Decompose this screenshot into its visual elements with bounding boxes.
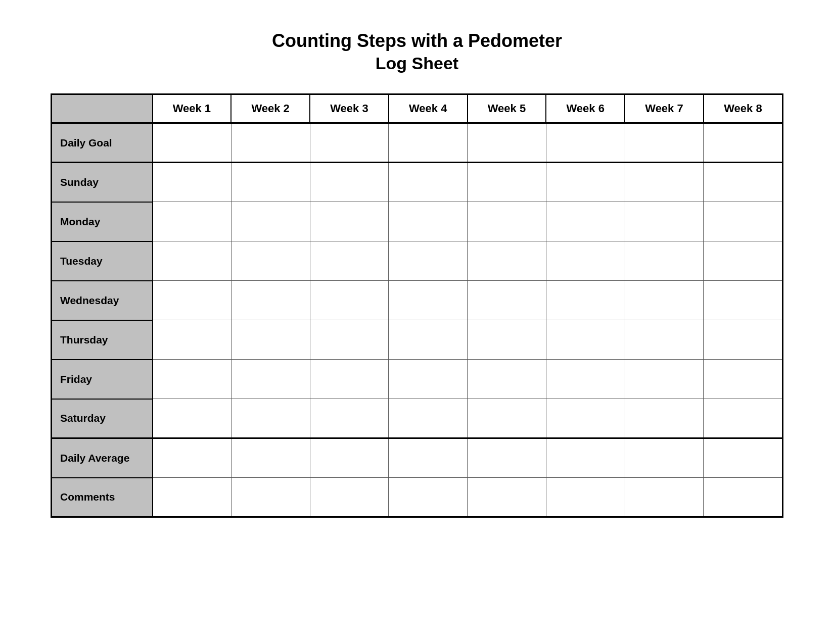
log-table: Week 1 Week 2 Week 3 Week 4 Week 5 Week … (51, 93, 783, 518)
cell-sat-w3[interactable] (310, 399, 389, 438)
cell-com-w4[interactable] (389, 478, 468, 517)
cell-sat-w1[interactable] (153, 399, 231, 438)
cell-fri-w8[interactable] (704, 360, 783, 399)
cell-sat-w4[interactable] (389, 399, 468, 438)
cell-com-w5[interactable] (468, 478, 546, 517)
cell-thu-w2[interactable] (231, 320, 310, 360)
cell-avg-w7[interactable] (625, 438, 704, 478)
cell-mon-w4[interactable] (389, 202, 468, 241)
cell-tue-w5[interactable] (468, 241, 546, 281)
cell-com-w2[interactable] (231, 478, 310, 517)
cell-wed-w6[interactable] (546, 281, 625, 320)
cell-fri-w7[interactable] (625, 360, 704, 399)
cell-fri-w3[interactable] (310, 360, 389, 399)
cell-mon-w3[interactable] (310, 202, 389, 241)
cell-tue-w4[interactable] (389, 241, 468, 281)
cell-tue-w6[interactable] (546, 241, 625, 281)
cell-mon-w6[interactable] (546, 202, 625, 241)
cell-mon-w7[interactable] (625, 202, 704, 241)
cell-avg-w3[interactable] (310, 438, 389, 478)
row-comments: Comments (52, 478, 783, 517)
cell-avg-w4[interactable] (389, 438, 468, 478)
row-daily-average: Daily Average (52, 438, 783, 478)
cell-mon-w5[interactable] (468, 202, 546, 241)
cell-fri-w2[interactable] (231, 360, 310, 399)
cell-wed-w8[interactable] (704, 281, 783, 320)
cell-goal-w3[interactable] (310, 123, 389, 163)
cell-avg-w2[interactable] (231, 438, 310, 478)
cell-thu-w5[interactable] (468, 320, 546, 360)
cell-fri-w6[interactable] (546, 360, 625, 399)
cell-fri-w4[interactable] (389, 360, 468, 399)
row-monday: Monday (52, 202, 783, 241)
row-daily-goal: Daily Goal (52, 123, 783, 163)
cell-mon-w2[interactable] (231, 202, 310, 241)
label-wednesday: Wednesday (52, 281, 153, 320)
cell-thu-w8[interactable] (704, 320, 783, 360)
cell-sat-w6[interactable] (546, 399, 625, 438)
label-sunday: Sunday (52, 163, 153, 202)
header-week1: Week 1 (153, 94, 231, 123)
header-week6: Week 6 (546, 94, 625, 123)
cell-tue-w8[interactable] (704, 241, 783, 281)
cell-tue-w2[interactable] (231, 241, 310, 281)
cell-avg-w8[interactable] (704, 438, 783, 478)
cell-goal-w8[interactable] (704, 123, 783, 163)
cell-tue-w3[interactable] (310, 241, 389, 281)
cell-goal-w6[interactable] (546, 123, 625, 163)
cell-com-w3[interactable] (310, 478, 389, 517)
cell-sun-w5[interactable] (468, 163, 546, 202)
cell-sat-w8[interactable] (704, 399, 783, 438)
cell-com-w6[interactable] (546, 478, 625, 517)
cell-fri-w5[interactable] (468, 360, 546, 399)
row-saturday: Saturday (52, 399, 783, 438)
cell-sun-w1[interactable] (153, 163, 231, 202)
cell-thu-w6[interactable] (546, 320, 625, 360)
cell-goal-w5[interactable] (468, 123, 546, 163)
row-friday: Friday (52, 360, 783, 399)
cell-thu-w7[interactable] (625, 320, 704, 360)
sub-title: Log Sheet (272, 54, 562, 73)
label-friday: Friday (52, 360, 153, 399)
cell-tue-w1[interactable] (153, 241, 231, 281)
row-wednesday: Wednesday (52, 281, 783, 320)
cell-sun-w4[interactable] (389, 163, 468, 202)
cell-avg-w6[interactable] (546, 438, 625, 478)
cell-sun-w8[interactable] (704, 163, 783, 202)
cell-thu-w3[interactable] (310, 320, 389, 360)
cell-com-w7[interactable] (625, 478, 704, 517)
cell-tue-w7[interactable] (625, 241, 704, 281)
cell-goal-w1[interactable] (153, 123, 231, 163)
cell-avg-w1[interactable] (153, 438, 231, 478)
main-title: Counting Steps with a Pedometer (272, 30, 562, 52)
cell-avg-w5[interactable] (468, 438, 546, 478)
cell-thu-w4[interactable] (389, 320, 468, 360)
cell-mon-w1[interactable] (153, 202, 231, 241)
page-title: Counting Steps with a Pedometer Log Shee… (272, 30, 562, 73)
cell-sun-w2[interactable] (231, 163, 310, 202)
label-thursday: Thursday (52, 320, 153, 360)
cell-wed-w7[interactable] (625, 281, 704, 320)
cell-wed-w5[interactable] (468, 281, 546, 320)
cell-wed-w1[interactable] (153, 281, 231, 320)
cell-goal-w4[interactable] (389, 123, 468, 163)
cell-goal-w2[interactable] (231, 123, 310, 163)
cell-sat-w2[interactable] (231, 399, 310, 438)
cell-com-w8[interactable] (704, 478, 783, 517)
cell-wed-w3[interactable] (310, 281, 389, 320)
cell-sat-w7[interactable] (625, 399, 704, 438)
cell-mon-w8[interactable] (704, 202, 783, 241)
cell-sun-w7[interactable] (625, 163, 704, 202)
cell-sun-w3[interactable] (310, 163, 389, 202)
label-tuesday: Tuesday (52, 241, 153, 281)
header-week3: Week 3 (310, 94, 389, 123)
label-daily-goal: Daily Goal (52, 123, 153, 163)
cell-thu-w1[interactable] (153, 320, 231, 360)
cell-com-w1[interactable] (153, 478, 231, 517)
cell-wed-w2[interactable] (231, 281, 310, 320)
cell-sun-w6[interactable] (546, 163, 625, 202)
cell-wed-w4[interactable] (389, 281, 468, 320)
cell-sat-w5[interactable] (468, 399, 546, 438)
cell-fri-w1[interactable] (153, 360, 231, 399)
cell-goal-w7[interactable] (625, 123, 704, 163)
